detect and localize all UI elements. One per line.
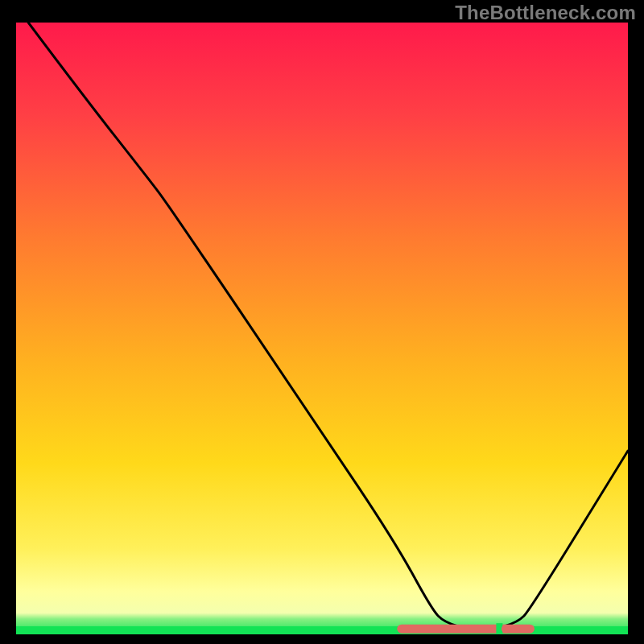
bottom-green-band — [16, 626, 628, 634]
gradient-background — [16, 23, 628, 634]
optimal-marker-dot — [502, 625, 510, 634]
watermark-text: TheBottleneck.com — [455, 2, 636, 24]
chart-svg — [16, 23, 628, 634]
chart-frame: TheBottleneck.com — [0, 0, 644, 644]
plot-area — [16, 23, 628, 634]
